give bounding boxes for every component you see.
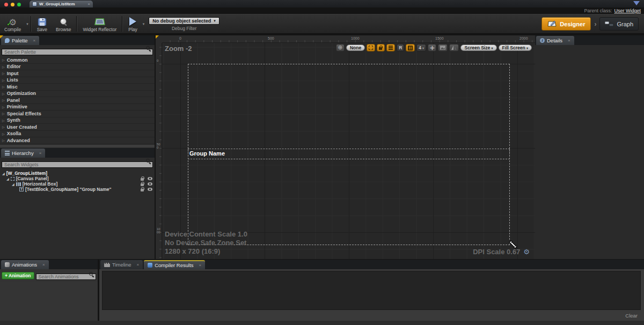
rulers-toggle[interactable] xyxy=(386,44,395,51)
fill-screen-dropdown[interactable]: Fill Screen ▾ xyxy=(499,45,532,51)
tab-close-icon[interactable]: × xyxy=(568,38,570,43)
tab-close-icon[interactable]: × xyxy=(33,38,36,43)
tab-animations[interactable]: Animations × xyxy=(1,260,49,269)
tab-compiler-results[interactable]: Compiler Results × xyxy=(144,260,205,269)
dpi-scale-row: DPI Scale 0.67 ⚙ xyxy=(473,248,530,256)
selected-widget-outline[interactable] xyxy=(188,149,510,159)
asset-tab-title: W_GroupListItem xyxy=(39,2,85,6)
toolbar-separator xyxy=(31,16,32,32)
add-animation-button[interactable]: + Animation xyxy=(2,272,34,279)
window-menu-icon[interactable] xyxy=(633,1,640,5)
close-window-button[interactable] xyxy=(4,3,8,6)
group-name-textblock[interactable]: Group Name xyxy=(189,150,225,157)
play-button[interactable]: Play xyxy=(124,14,142,33)
preview-background-button[interactable] xyxy=(438,44,448,51)
minimize-window-button[interactable] xyxy=(11,3,14,6)
palette-category-user-created[interactable]: ▷User Created xyxy=(0,124,155,131)
tab-close-icon[interactable]: × xyxy=(42,262,45,267)
palette-search-input[interactable] xyxy=(2,49,153,55)
debug-object-dropdown[interactable]: No debug object selected ▾ xyxy=(149,17,219,25)
dpi-settings-gear-icon[interactable]: ⚙ xyxy=(523,248,530,255)
resize-cursor-icon xyxy=(508,240,518,249)
palette-category-primitive[interactable]: ▷Primitive xyxy=(0,104,155,111)
compile-button[interactable]: ⚙✓ Compile xyxy=(0,14,25,33)
palette-category-misc[interactable]: ▷Misc xyxy=(0,84,155,91)
hierarchy-icon xyxy=(5,151,10,156)
debug-filter-label: Debug Filter xyxy=(172,26,196,31)
r-toggle[interactable]: R xyxy=(397,44,404,51)
compile-options-caret-icon[interactable]: ▾ xyxy=(26,22,28,26)
lock-icon[interactable] xyxy=(141,182,144,186)
palette-category-xsolla[interactable]: ▷Xsolla xyxy=(0,131,155,138)
palette-search-row xyxy=(0,45,155,57)
palette-category-lists[interactable]: ▷Lists xyxy=(0,77,155,84)
tab-close-icon[interactable]: × xyxy=(137,262,140,267)
palette-category-optimization[interactable]: ▷Optimization xyxy=(0,91,155,98)
palette-tabbar: Palette × xyxy=(0,35,155,45)
screen-size-dropdown[interactable]: Screen Size ▾ xyxy=(460,45,496,51)
tab-hierarchy[interactable]: Hierarchy × xyxy=(1,149,45,158)
save-button[interactable]: Save xyxy=(33,14,52,33)
palette-category-editor[interactable]: ▷Editor xyxy=(0,64,155,71)
bottom-tabbar: Timeline × Compiler Results × xyxy=(99,260,644,269)
palette-category-panel[interactable]: ▷Panel xyxy=(0,97,155,104)
palette-category-input[interactable]: ▷Input xyxy=(0,70,155,77)
designer-mode-button[interactable]: Designer xyxy=(541,17,591,31)
tab-close-icon[interactable]: × xyxy=(199,263,202,268)
tab-details[interactable]: i Details × xyxy=(536,36,574,45)
lock-icon[interactable] xyxy=(141,187,144,191)
visibility-eye-icon[interactable] xyxy=(148,188,152,191)
tree-row-root[interactable]: ◢ [W_GroupListItem] xyxy=(0,171,155,176)
window-statusbar xyxy=(0,321,644,325)
textblock-icon: T xyxy=(19,187,24,191)
widget-reflector-button[interactable]: Widget Reflector xyxy=(78,14,121,33)
animations-search-input[interactable] xyxy=(36,274,96,280)
asset-tab[interactable]: W_GroupListItem × xyxy=(30,1,93,8)
localization-language-dropdown[interactable]: None xyxy=(346,45,365,51)
palette-category-common[interactable]: ▷Common xyxy=(0,57,155,64)
parent-class-link[interactable]: User Widget xyxy=(614,8,641,13)
animations-tabbar: Animations × xyxy=(0,260,98,269)
bottom-right-panel: Timeline × Compiler Results × Clear xyxy=(99,260,644,321)
hierarchy-search-row xyxy=(0,158,155,169)
tab-close-icon[interactable]: × xyxy=(39,151,42,156)
grid-size-dropdown[interactable]: 4 ▾ xyxy=(416,44,426,51)
play-options-caret-icon[interactable]: ▾ xyxy=(143,22,145,26)
hierarchy-search-input[interactable] xyxy=(2,161,153,168)
visibility-eye-icon[interactable] xyxy=(148,182,152,186)
maximize-window-button[interactable] xyxy=(17,3,21,6)
palette-category-special-effects[interactable]: ▷Special Effects xyxy=(0,110,155,117)
graph-mode-button[interactable]: Graph xyxy=(599,17,639,31)
flip-preview-button[interactable] xyxy=(449,44,459,51)
palette-category-advanced[interactable]: ▷Advanced xyxy=(0,137,155,144)
expander-icon[interactable]: ◢ xyxy=(2,172,5,175)
tab-palette[interactable]: Palette × xyxy=(1,36,39,45)
widget-blueprint-icon xyxy=(32,2,37,6)
tree-row-textblock[interactable]: T [TextBlock_GroupName] "Group Name" xyxy=(0,187,155,192)
transform-mode-button[interactable]: ✛ xyxy=(428,44,436,51)
asset-tab-close-icon[interactable]: × xyxy=(87,2,90,6)
visibility-eye-icon[interactable] xyxy=(148,177,152,180)
tree-row-canvas-panel[interactable]: ◢ [Canvas Panel] xyxy=(0,176,155,181)
lock-icon[interactable] xyxy=(141,176,144,181)
expander-icon[interactable]: ◢ xyxy=(6,177,9,181)
show-outlines-toggle[interactable] xyxy=(367,44,375,51)
respect-locks-toggle[interactable] xyxy=(377,44,385,51)
toolbar-separator xyxy=(76,16,77,32)
tree-row-horizontal-box[interactable]: ◢ [Horizontal Box] xyxy=(0,181,155,187)
palette-category-synth[interactable]: ▷Synth xyxy=(0,117,155,124)
expander-icon[interactable]: ◢ xyxy=(12,182,14,186)
browse-button[interactable]: Browse xyxy=(52,14,75,33)
parent-class-row: Parent class: User Widget xyxy=(584,8,641,14)
details-info-icon: i xyxy=(540,38,545,43)
design-surface[interactable]: Zoom -2 ⊕ None R 4 xyxy=(162,43,535,259)
vertical-ruler: 0 500 1000 xyxy=(156,43,162,259)
localization-preview-button[interactable]: ⊕ xyxy=(336,44,345,51)
debug-filter-group: No debug object selected ▾ Debug Filter xyxy=(145,14,223,33)
snap-to-grid-toggle[interactable] xyxy=(406,44,415,51)
tab-timeline[interactable]: Timeline × xyxy=(100,260,143,269)
palette-category-list: ▷Common ▷Editor ▷Input ▷Lists ▷Misc ▷Opt… xyxy=(0,57,155,144)
compiler-results-log[interactable] xyxy=(102,271,641,310)
palette-icon xyxy=(5,38,10,43)
clear-button[interactable]: Clear xyxy=(625,313,638,319)
